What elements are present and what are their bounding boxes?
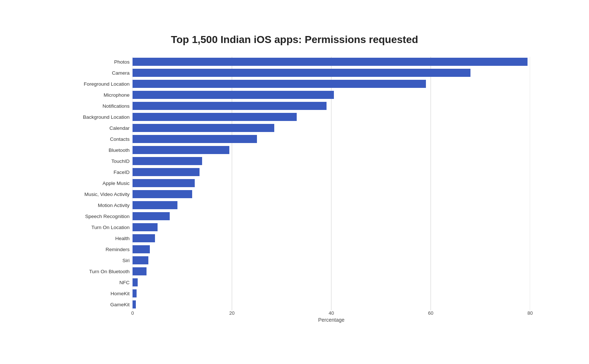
bar-row: [133, 277, 530, 288]
bar-label: Microphone: [103, 90, 133, 100]
bar-row: [133, 288, 530, 299]
bar-row: [133, 244, 530, 254]
bar-label: Speech Recognition: [85, 211, 133, 221]
bar-row: [133, 167, 530, 177]
bar-row: [133, 57, 530, 67]
bar-row: [133, 145, 530, 155]
bar-label: Music, Video Activity: [84, 189, 133, 199]
bar: [133, 289, 137, 297]
bar: [133, 69, 470, 77]
bar-row: [133, 189, 530, 199]
bar: [133, 124, 274, 132]
chart-area: PhotosCameraForeground LocationMicrophon…: [59, 57, 530, 323]
bar-row: [133, 299, 530, 310]
bars-wrapper: PhotosCameraForeground LocationMicrophon…: [59, 57, 530, 310]
bar: [133, 300, 136, 308]
bar-label: NFC: [119, 277, 133, 288]
bar: [133, 135, 257, 143]
x-tick-label: 20: [229, 310, 234, 316]
chart-title: Top 1,500 Indian iOS apps: Permissions r…: [59, 34, 530, 46]
bar: [133, 113, 297, 121]
bar-row: [133, 255, 530, 265]
bar-label: Calendar: [109, 123, 133, 133]
bar-label: Reminders: [106, 244, 133, 254]
bar-label: Background Location: [83, 112, 133, 122]
bar: [133, 201, 177, 209]
bar-row: [133, 178, 530, 188]
x-tick-label: 40: [329, 310, 334, 316]
bar-row: [133, 123, 530, 133]
bar: [133, 91, 334, 99]
bar-row: [133, 222, 530, 232]
bar-row: [133, 90, 530, 100]
x-tick-label: 60: [428, 310, 433, 316]
bar: [133, 234, 155, 242]
bar: [133, 146, 229, 154]
bars-column: [133, 57, 530, 310]
bar: [133, 80, 426, 88]
bar: [133, 168, 200, 176]
bar: [133, 245, 150, 253]
bar-label: HomeKit: [110, 288, 133, 299]
bar-row: [133, 79, 530, 89]
bar-row: [133, 68, 530, 78]
bar-row: [133, 200, 530, 210]
bar-label: Photos: [114, 57, 133, 67]
bar: [133, 212, 170, 220]
bar-label: Health: [115, 233, 133, 243]
x-tick-label: 0: [131, 310, 134, 316]
bar-row: [133, 233, 530, 243]
bar-row: [133, 134, 530, 144]
bar: [133, 256, 148, 264]
bar: [133, 102, 327, 110]
bar: [133, 190, 192, 198]
bar-label: Turn On Bluetooth: [89, 266, 133, 276]
bar-label: Turn On Location: [91, 222, 133, 232]
chart-container: Top 1,500 Indian iOS apps: Permissions r…: [37, 19, 552, 345]
x-axis-label: Percentage: [133, 317, 530, 323]
bar: [133, 58, 528, 66]
bar-label: Motion Activity: [98, 200, 133, 210]
bar-row: [133, 266, 530, 276]
bar: [133, 179, 195, 187]
bar: [133, 278, 138, 286]
bar-label: Bluetooth: [109, 145, 133, 155]
bar-label: Camera: [112, 68, 133, 78]
bar-row: [133, 156, 530, 166]
bar-label: Siri: [123, 255, 133, 265]
bar: [133, 157, 202, 165]
bar-label: FaceID: [113, 167, 133, 177]
bar-label: Foreground Location: [84, 79, 133, 89]
bar-label: Apple Music: [102, 178, 133, 188]
labels-column: PhotosCameraForeground LocationMicrophon…: [59, 57, 133, 310]
bar-row: [133, 101, 530, 111]
bar: [133, 267, 147, 275]
x-tick-label: 80: [528, 310, 533, 316]
bar-row: [133, 211, 530, 221]
bar-label: Notifications: [102, 101, 133, 111]
bar-row: [133, 112, 530, 122]
bar-label: TouchID: [111, 156, 133, 166]
bar-label: Contacts: [110, 134, 133, 144]
bar: [133, 223, 158, 231]
bar-label: GameKit: [110, 299, 133, 310]
